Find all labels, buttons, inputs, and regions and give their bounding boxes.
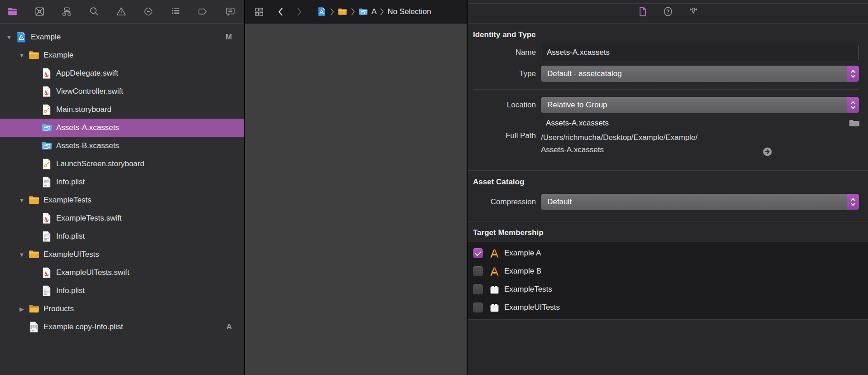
target-name: ExampleTests — [504, 285, 552, 294]
symbol-navigator-icon[interactable] — [61, 6, 72, 18]
full-path-label: Full Path — [473, 131, 541, 140]
target-icon — [489, 248, 500, 259]
forward-button[interactable] — [293, 6, 305, 18]
file-icon: PLIST — [41, 231, 53, 242]
file-icon — [15, 31, 27, 43]
location-dropdown[interactable]: Relative to Group — [541, 97, 859, 113]
issue-navigator-icon[interactable] — [116, 6, 127, 18]
breadcrumb-assets-icon[interactable] — [358, 7, 368, 17]
type-dropdown[interactable]: Default - assetcatalog — [541, 66, 859, 82]
file-icon: PLIST — [41, 176, 53, 188]
test-navigator-icon[interactable] — [143, 6, 154, 18]
section-divider — [473, 89, 859, 90]
open-full-path-arrow-icon[interactable] — [762, 146, 773, 157]
tree-row[interactable]: ExampleTests.swift — [0, 209, 244, 227]
dropdown-stepper-icon — [847, 194, 859, 210]
target-icon — [489, 284, 500, 295]
svg-text:PLIST: PLIST — [44, 239, 48, 241]
source-control-status-badge: A — [227, 322, 232, 332]
tree-row[interactable]: Assets-B.xcassets — [0, 137, 244, 155]
disclosure-triangle-icon[interactable]: ▼ — [15, 52, 28, 59]
tree-row[interactable]: ViewController.swift — [0, 82, 244, 101]
tree-row[interactable]: ▶ Products — [0, 300, 244, 318]
file-inspector-icon[interactable] — [636, 5, 649, 18]
quick-help-inspector-icon[interactable]: ? — [661, 5, 674, 18]
tree-row[interactable]: Main.storyboard — [0, 101, 244, 119]
compression-dropdown[interactable]: Default — [541, 194, 859, 210]
name-label: Name — [473, 48, 541, 57]
svg-text:PLIST: PLIST — [31, 330, 35, 332]
project-navigator-icon[interactable] — [6, 6, 18, 18]
related-items-icon[interactable] — [253, 6, 265, 18]
file-icon — [41, 67, 53, 79]
compression-label: Compression — [473, 197, 541, 207]
file-name: ExampleTests.swift — [56, 214, 122, 223]
file-name: Main.storyboard — [56, 105, 111, 114]
file-name: Assets-B.xcassets — [56, 141, 119, 150]
editor-area: A No Selection — [245, 0, 467, 375]
history-inspector-icon[interactable] — [687, 5, 699, 18]
tree-row[interactable]: PLIST Info.plist — [0, 227, 244, 245]
type-dropdown-value: Default - assetcatalog — [541, 69, 847, 78]
tree-row[interactable]: ▼ ExampleUITests — [0, 245, 244, 264]
target-membership-row: ExampleTests — [468, 280, 868, 298]
breadcrumb-no-selection[interactable]: No Selection — [387, 7, 431, 16]
inspector-content: Identity and Type Name Type Default - as… — [468, 24, 868, 375]
find-navigator-icon[interactable] — [88, 6, 100, 18]
disclosure-triangle-icon[interactable]: ▼ — [3, 34, 15, 41]
tree-row[interactable]: ▼ Example — [0, 46, 244, 64]
breadcrumb-separator-icon — [351, 8, 355, 16]
tree-row[interactable]: Assets-A.xcassets — [0, 119, 244, 137]
target-membership-row: ExampleUITests — [468, 298, 868, 317]
disclosure-triangle-icon[interactable]: ▼ — [15, 197, 28, 204]
breadcrumb-project-icon[interactable] — [317, 7, 327, 17]
tree-row[interactable]: AppDelegate.swift — [0, 64, 244, 82]
choose-location-folder-icon[interactable] — [848, 118, 861, 129]
disclosure-triangle-icon[interactable]: ▼ — [15, 251, 28, 258]
asset-catalog-section-title: Asset Catalog — [473, 178, 859, 187]
file-name: Info.plist — [56, 286, 85, 295]
compression-dropdown-value: Default — [541, 197, 847, 207]
target-name: Example B — [504, 267, 541, 276]
report-navigator-icon[interactable] — [224, 6, 236, 18]
file-name: ViewController.swift — [56, 87, 123, 96]
file-name: Info.plist — [56, 178, 85, 187]
breadcrumb-separator-icon — [330, 8, 334, 16]
source-control-navigator-icon[interactable] — [34, 6, 45, 18]
breadcrumb: A No Selection — [317, 7, 431, 17]
file-name: ExampleTests — [43, 196, 92, 205]
tree-row[interactable]: ▼ Example M — [0, 28, 244, 46]
navigator-panel: ▼ Example M ▼ Example AppDelegate.swift … — [0, 0, 244, 375]
debug-navigator-icon[interactable] — [170, 6, 182, 18]
back-button[interactable] — [275, 6, 287, 18]
breadcrumb-group-folder-icon[interactable] — [338, 7, 347, 17]
target-checkbox[interactable] — [473, 303, 483, 312]
editor-canvas — [245, 24, 467, 375]
tree-row[interactable]: ▼ ExampleTests — [0, 191, 244, 209]
file-icon: PLIST — [41, 285, 53, 297]
svg-text:PLIST: PLIST — [44, 185, 48, 187]
full-path-value: /Users/richmucha/Desktop/Example/Example… — [541, 131, 859, 156]
disclosure-triangle-icon[interactable]: ▶ — [15, 306, 28, 312]
file-name: Example — [43, 51, 73, 60]
tree-row[interactable]: PLIST Info.plist — [0, 282, 244, 300]
target-checkbox[interactable] — [473, 284, 483, 294]
target-membership-row: Example A — [468, 244, 868, 262]
tree-row[interactable]: PLIST Example copy-Info.plist A — [0, 318, 244, 336]
location-file-name: Assets-A.xcassets — [546, 119, 609, 128]
breadcrumb-assets-label[interactable]: A — [371, 7, 376, 16]
target-name: Example A — [504, 249, 541, 258]
tree-row[interactable]: LaunchScreen.storyboard — [0, 155, 244, 173]
location-dropdown-value: Relative to Group — [541, 101, 847, 110]
svg-text:PLIST: PLIST — [44, 293, 48, 295]
target-checkbox[interactable] — [473, 248, 483, 258]
tree-row[interactable]: PLIST Info.plist — [0, 173, 244, 191]
breakpoint-navigator-icon[interactable] — [197, 6, 209, 18]
svg-text:?: ? — [666, 9, 669, 15]
navigator-tab-bar — [0, 0, 244, 24]
target-checkbox[interactable] — [473, 266, 483, 276]
name-input[interactable] — [541, 45, 859, 60]
section-divider — [468, 170, 868, 171]
tree-row[interactable]: ExampleUITests.swift — [0, 264, 244, 282]
file-name: Info.plist — [56, 232, 85, 241]
